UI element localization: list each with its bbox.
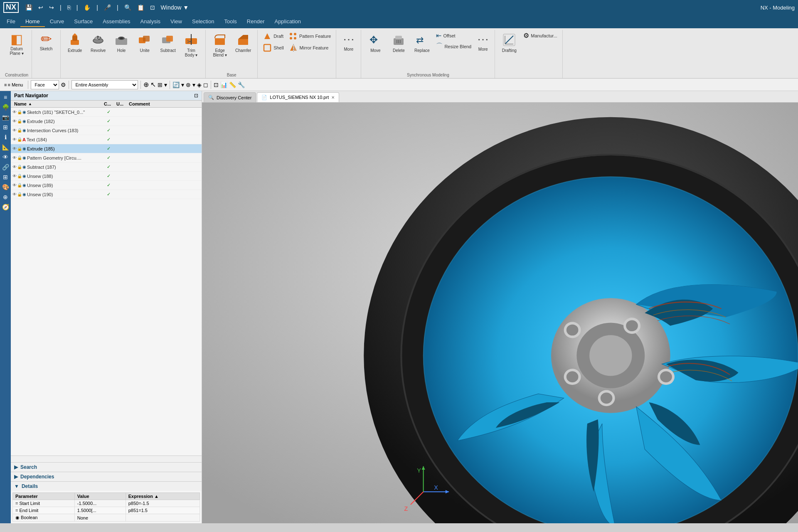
sidebar-color-icon[interactable]: 🎨 [1, 182, 10, 192]
select-icon[interactable]: ↖ [150, 81, 156, 89]
menu-selection[interactable]: Selection [187, 17, 219, 27]
cut-section-icon[interactable]: ⊡ [214, 81, 219, 88]
shading-icon[interactable]: ◈ [197, 81, 202, 88]
tab-discovery[interactable]: 🔍 Discovery Center [204, 92, 256, 102]
view-options-icon[interactable]: ⊞ ▾ [158, 81, 167, 88]
unite-button[interactable]: Unite [134, 31, 155, 54]
sidebar-view2-icon[interactable]: 👁 [1, 153, 10, 162]
menu-toggle-button[interactable]: ≡ ≡ Menu [2, 81, 25, 88]
snap-icon[interactable]: ⊕ [143, 81, 149, 89]
horizontal-scrollbar[interactable] [11, 456, 202, 462]
measure-icon[interactable]: 📏 [229, 81, 236, 88]
orient-icon[interactable]: 🔄 ▾ [172, 81, 184, 88]
move-button[interactable]: ✥ Move [365, 31, 386, 54]
col-comment-header[interactable]: Comment [127, 101, 202, 106]
col-c-header[interactable]: C... [102, 101, 115, 106]
analysis-icon[interactable]: 📊 [220, 81, 227, 88]
sketch-button[interactable]: ✏ Sketch [35, 31, 57, 53]
menu-assemblies[interactable]: Assemblies [98, 17, 135, 27]
delete-button[interactable]: Delete [388, 31, 409, 54]
resize-blend-button[interactable]: ⌒ Resize Blend [434, 41, 473, 52]
sidebar-extra-icon[interactable]: ⊕ [1, 192, 10, 202]
menu-home[interactable]: Home [20, 17, 45, 27]
search-header[interactable]: ▶ Search [11, 463, 202, 472]
offset-button[interactable]: ⇤ Offset [434, 31, 473, 40]
clipboard-icon[interactable]: 📋 [135, 3, 146, 12]
menu-file[interactable]: File [2, 17, 20, 27]
manufacturing-button[interactable]: ⚙ Manufactur... [522, 31, 559, 40]
col-name-header[interactable]: Name ▲ [11, 101, 102, 106]
window-icon[interactable]: ⊡ [148, 3, 157, 12]
more-button-1[interactable]: ⋯ More [340, 31, 357, 53]
extrude-button[interactable]: Extrude [64, 31, 86, 54]
redo-icon[interactable]: ↪ [47, 3, 56, 12]
nav-row-pattern-186[interactable]: 👁🔒◉ Pattern Geometry [Circu.... ✓ [11, 153, 202, 163]
viewport-3d[interactable]: X Y Z [202, 103, 798, 523]
maximize-icon[interactable]: ⊡ [194, 93, 198, 99]
menu-tools[interactable]: Tools [219, 17, 241, 27]
menu-analysis[interactable]: Analysis [135, 17, 165, 27]
undo-icon[interactable]: ↩ [37, 3, 45, 12]
nav-row-intersection-183[interactable]: 👁🔒◉ Intersection Curves (183) ✓ [11, 126, 202, 135]
revolve-button[interactable]: ↻ Revolve [87, 31, 109, 54]
search-icon[interactable]: 🔍 [123, 3, 133, 12]
nav-row-sketch-181[interactable]: 👁🔒◉ Sketch (181) "SKETCH_0..." ✓ [11, 108, 202, 117]
draft-button[interactable]: Draft [261, 31, 285, 42]
sidebar-camera-icon[interactable]: 📷 [1, 113, 10, 122]
chamfer-button[interactable]: Chamfer [232, 31, 254, 54]
sidebar-tree-icon[interactable]: 🌳 [1, 103, 10, 112]
menu-render[interactable]: Render [242, 17, 270, 27]
more-button-2[interactable]: ⋯ More [475, 31, 491, 53]
triad-icon[interactable]: ⊛ ▾ [186, 81, 195, 88]
svg-text:Z: Z [404, 505, 408, 512]
mirror-feature-button[interactable]: Mirror Feature [287, 42, 330, 53]
sidebar-measure2-icon[interactable]: 📐 [1, 143, 10, 152]
tools2-icon[interactable]: 🔧 [238, 81, 245, 88]
ribbon-group-more1: ⋯ More [336, 30, 361, 78]
row-check-unsew-189: ✓ [102, 182, 115, 188]
shell-button[interactable]: Shell [261, 42, 285, 53]
copy-icon[interactable]: ⎘ [66, 3, 72, 12]
drafting-button[interactable]: Drafting [498, 31, 520, 54]
sidebar-layers-icon[interactable]: ⊞ [1, 123, 10, 132]
edge-blend-button[interactable]: EdgeBlend ▾ [209, 31, 231, 59]
filter-dropdown[interactable]: Face Body Feature Edge [31, 80, 59, 89]
subtract-button[interactable]: Subtract [157, 31, 179, 54]
col-u-header[interactable]: U... [115, 101, 127, 106]
sidebar-nav-icon[interactable]: 🧭 [1, 202, 10, 212]
hole-button[interactable]: Hole [111, 31, 132, 54]
nav-row-unsew-189[interactable]: 👁🔒◉ Unsew (189) ✓ [11, 181, 202, 190]
nx-logo: NX [3, 2, 19, 13]
nav-row-subtract-187[interactable]: 👁🔒◉ Subtract (187) ✓ [11, 163, 202, 172]
replace-button[interactable]: ⇄ Replace [411, 31, 433, 54]
filter-icon[interactable]: ⚙ [61, 81, 66, 88]
sidebar-history2-icon[interactable]: ⊞ [1, 172, 10, 182]
nav-row-text-184[interactable]: 👁🔒A Text (184) ✓ [11, 135, 202, 144]
trim-body-button[interactable]: ✂ TrimBody ▾ [180, 31, 202, 59]
scope-dropdown[interactable]: Entire Assembly Within Work Part Only [71, 80, 138, 89]
menu-curve[interactable]: Curve [45, 17, 69, 27]
toolbar-sep1 [28, 81, 28, 89]
nav-row-unsew-188[interactable]: 👁🔒◉ Unsew (188) ✓ [11, 172, 202, 181]
nav-row-extrude-185[interactable]: 👁🔒◉ Extrude (185) ✓ [11, 144, 202, 153]
nav-row-unsew-190[interactable]: 👁🔒◉ Unsew (190) ✓ [11, 190, 202, 199]
sidebar-props-icon[interactable]: ℹ [1, 133, 10, 142]
tab-close-button[interactable]: ✕ [331, 95, 335, 100]
window-menu[interactable]: Window ▼ [159, 3, 191, 12]
mic-icon[interactable]: 🎤 [102, 3, 113, 12]
details-col-param: Parameter [13, 493, 75, 500]
save-icon[interactable]: 💾 [24, 3, 34, 12]
touch-icon[interactable]: ✋ [82, 3, 92, 12]
menu-surface[interactable]: Surface [69, 17, 98, 27]
menu-application[interactable]: Application [269, 17, 306, 27]
menu-view[interactable]: View [165, 17, 187, 27]
datum-plane-button[interactable]: ◧ DatumPlane ▾ [6, 31, 27, 57]
sidebar-constraint-icon[interactable]: 🔗 [1, 163, 10, 172]
sidebar-history-icon[interactable]: ≡ [1, 93, 10, 102]
nav-row-extrude-182[interactable]: 👁🔒◉ Extrude (182) ✓ [11, 117, 202, 126]
tab-model[interactable]: 📄 LOTUS_SIEMENS NX 10.prt ✕ [257, 92, 339, 102]
details-header[interactable]: ▼ Details [11, 482, 202, 491]
dependencies-header[interactable]: ▶ Dependencies [11, 472, 202, 481]
pattern-feature-button[interactable]: Pattern Feature [287, 31, 332, 42]
perspective-icon[interactable]: ◻ [203, 81, 208, 88]
